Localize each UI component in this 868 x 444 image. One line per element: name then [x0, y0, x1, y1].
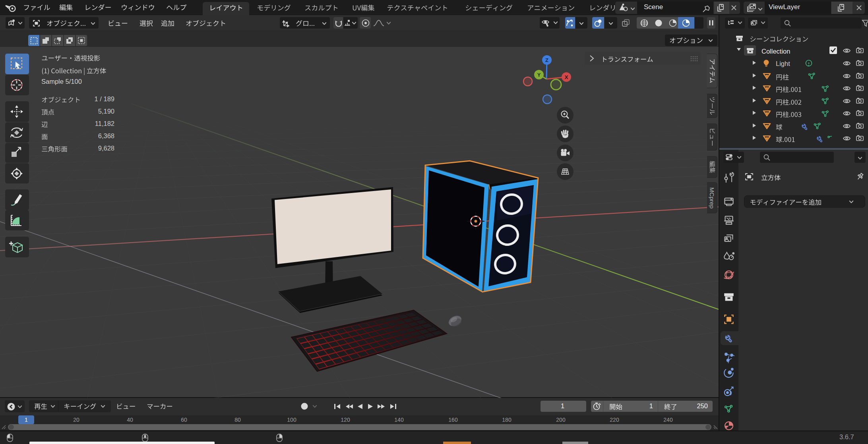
- svg-text:Z: Z: [545, 57, 548, 63]
- svg-text:Y: Y: [537, 72, 541, 78]
- svg-text:X: X: [565, 74, 568, 80]
